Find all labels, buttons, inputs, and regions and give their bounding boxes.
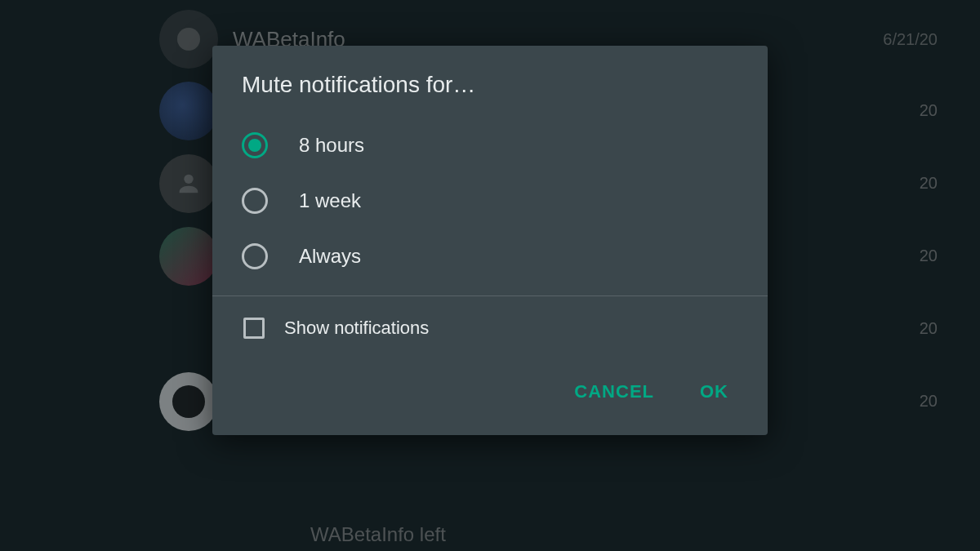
dialog-title: Mute notifications for… — [212, 46, 768, 118]
dialog-actions: CANCEL OK — [212, 360, 768, 435]
avatar — [159, 10, 218, 69]
show-notifications-checkbox-row[interactable]: Show notifications — [212, 296, 768, 360]
chat-date: 20 — [920, 247, 938, 265]
chat-date: 20 — [920, 319, 938, 338]
checkbox-icon — [243, 318, 265, 339]
radio-label: 8 hours — [299, 134, 364, 157]
radio-icon — [242, 243, 268, 269]
radio-icon — [242, 188, 268, 214]
radio-label: Always — [299, 245, 361, 268]
checkbox-label: Show notifications — [284, 318, 429, 339]
chat-date: 6/21/20 — [883, 30, 938, 49]
mute-duration-radio-group: 8 hours 1 week Always — [212, 118, 768, 284]
chat-date: 20 — [920, 174, 938, 193]
system-message: WABetaInfo left — [310, 523, 446, 546]
mute-notifications-dialog: Mute notifications for… 8 hours 1 week A… — [212, 46, 768, 435]
radio-icon — [242, 132, 268, 158]
chat-date: 20 — [920, 392, 938, 411]
chat-date: 20 — [920, 101, 938, 120]
cancel-button[interactable]: CANCEL — [568, 373, 661, 411]
ok-button[interactable]: OK — [693, 373, 735, 411]
svg-point-0 — [184, 174, 193, 183]
radio-label: 1 week — [299, 189, 361, 212]
radio-option-1-week[interactable]: 1 week — [242, 173, 738, 229]
radio-option-always[interactable]: Always — [242, 229, 738, 284]
radio-option-8-hours[interactable]: 8 hours — [242, 118, 738, 173]
